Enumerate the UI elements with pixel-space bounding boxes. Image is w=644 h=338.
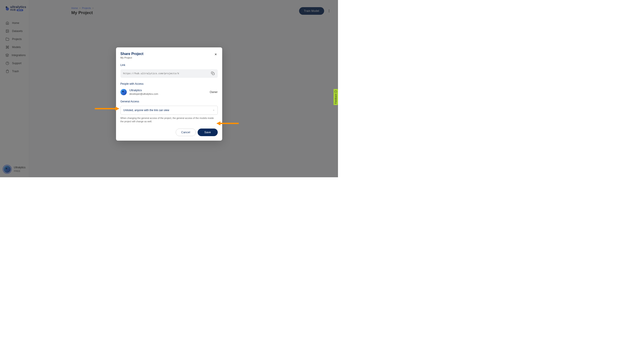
access-section-label: General Access [120, 100, 218, 103]
people-avatar-icon [120, 89, 127, 95]
people-section-label: People with Access [120, 82, 218, 86]
smile-icon [334, 90, 337, 93]
modal-overlay[interactable]: Share Project My Project Link https://hu… [0, 0, 338, 177]
link-section-label: Link [120, 64, 218, 66]
svg-point-17 [123, 91, 125, 94]
feedback-tab[interactable]: Feedback [334, 89, 338, 105]
save-button[interactable]: Save [198, 128, 218, 136]
chevron-down-icon [212, 108, 215, 112]
modal-title: Share Project [120, 52, 144, 56]
annotation-arrow-left [95, 107, 119, 111]
people-name: Ultralytics [130, 88, 158, 92]
modal-subtitle: My Project [120, 56, 144, 59]
feedback-label: Feedback [335, 94, 337, 104]
people-role: Owner [210, 90, 218, 94]
access-hint-text: When changing the general access of the … [120, 116, 218, 123]
svg-point-22 [335, 90, 337, 93]
people-row: Ultralytics developer@ultralytics.com Ow… [120, 88, 218, 96]
access-selected-option: Unlisted, anyone with the link can view [124, 109, 169, 112]
copy-link-button[interactable] [211, 72, 215, 76]
link-box: https://hub.ultralytics.com/projects/X [120, 69, 218, 78]
people-email: developer@ultralytics.com [130, 92, 158, 96]
share-project-modal: Share Project My Project Link https://hu… [116, 48, 222, 140]
close-button[interactable] [214, 52, 218, 56]
general-access-select[interactable]: Unlisted, anyone with the link can view [120, 106, 218, 115]
link-url: https://hub.ultralytics.com/projects/X [123, 72, 179, 75]
svg-rect-15 [212, 73, 214, 75]
cancel-button[interactable]: Cancel [176, 128, 196, 136]
